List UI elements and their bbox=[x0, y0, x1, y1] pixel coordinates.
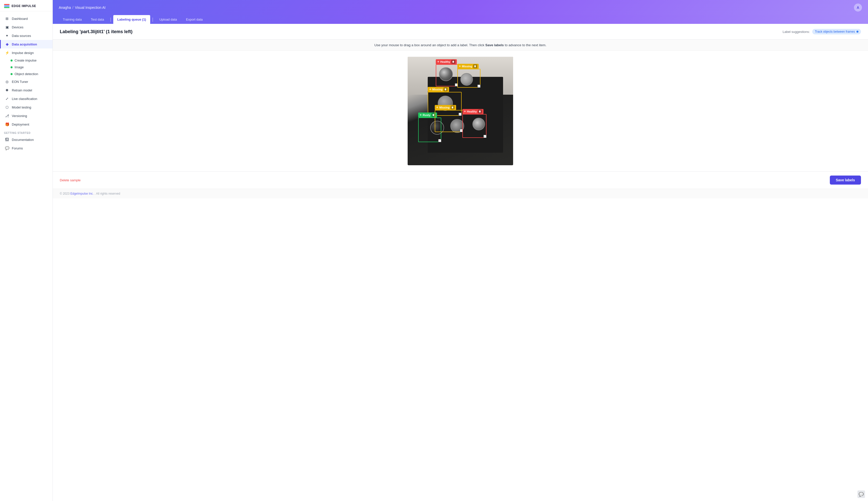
breadcrumb: Anagha / Visual Inspection AI bbox=[59, 6, 106, 10]
tab-labeling-queue[interactable]: Labeling queue (1) bbox=[113, 15, 150, 24]
breadcrumb-project: Visual Inspection AI bbox=[75, 6, 106, 10]
breadcrumb-separator: / bbox=[72, 6, 73, 10]
version-icon: ⎇ bbox=[5, 114, 9, 118]
nav-sub-create-impulse[interactable]: Create impulse bbox=[11, 57, 53, 64]
help-icon[interactable]: 💬 bbox=[857, 490, 865, 498]
avatar: A bbox=[854, 3, 862, 12]
instruction-bar: Use your mouse to drag a box around an o… bbox=[53, 40, 868, 51]
sidebar-item-label: Documentation bbox=[12, 138, 34, 142]
label-suggestions-text: Label suggestions: bbox=[783, 30, 810, 34]
move-icon-5: ✛ bbox=[436, 106, 438, 109]
sidebar-item-eon-tuner[interactable]: ◎ EON Tuner bbox=[0, 77, 53, 86]
bbox-delete-5[interactable]: 🗑 bbox=[451, 106, 454, 109]
instruction-bold: Save labels bbox=[485, 43, 504, 47]
docs-icon: ⛾ bbox=[5, 137, 9, 142]
bbox-delete-6[interactable]: 🗑 bbox=[478, 109, 482, 114]
acquisition-icon: ◈ bbox=[5, 42, 9, 46]
move-icon-3: ✛ bbox=[429, 88, 431, 90]
sidebar: EDGE IMPULSE ⊞ Dashboard ▣ Devices ✦ Dat… bbox=[0, 0, 53, 501]
data-sources-icon: ✦ bbox=[5, 33, 9, 38]
sidebar-item-label: Dashboard bbox=[12, 17, 28, 21]
instruction-text: Use your mouse to drag a box around an o… bbox=[374, 43, 484, 47]
tab-test-data[interactable]: Test data bbox=[87, 15, 108, 24]
sidebar-item-data-acquisition[interactable]: ◈ Data acquisition bbox=[0, 40, 53, 49]
main-content: Anagha / Visual Inspection AI A Training… bbox=[53, 0, 868, 501]
bbox-healthy-2[interactable]: ✛ Healthy 🗑 ↙ bbox=[462, 114, 486, 138]
forum-icon: 💬 bbox=[5, 146, 9, 150]
bbox-delete-1[interactable]: 🗑 bbox=[451, 60, 456, 64]
labeling-header: Labeling 'part.3lijtit1' (1 items left) … bbox=[53, 24, 868, 40]
move-icon-6: ✛ bbox=[464, 110, 466, 113]
company-link[interactable]: EdgeImpulse Inc. bbox=[70, 192, 94, 195]
bbox-resize-4[interactable]: ↙ bbox=[438, 139, 441, 142]
sidebar-item-versioning[interactable]: ⎇ Versioning bbox=[0, 111, 53, 120]
instruction-end: to advance to the next item. bbox=[505, 43, 547, 47]
bbox-delete-3[interactable]: 🗑 bbox=[443, 87, 448, 92]
nav-sub-object-detection[interactable]: Object detection bbox=[11, 71, 53, 77]
delete-sample-button[interactable]: Delete sample bbox=[60, 178, 81, 182]
tab-separator-1: | bbox=[109, 17, 112, 22]
track-objects-badge[interactable]: Track objects between frames bbox=[812, 29, 861, 34]
sidebar-item-label: Deployment bbox=[12, 122, 29, 126]
bbox-label-healthy-2: ✛ Healthy 🗑 bbox=[462, 109, 483, 114]
logo-text: EDGE IMPULSE bbox=[12, 4, 36, 8]
logo: EDGE IMPULSE bbox=[0, 0, 53, 11]
live-icon: ⤢ bbox=[5, 96, 9, 101]
image-container: ✛ Healthy 🗑 ↙ ✛ Missing 🗑 ↙ bbox=[53, 51, 868, 171]
page-footer: © 2023 EdgeImpulse Inc. . All rights res… bbox=[53, 189, 868, 199]
sidebar-item-dashboard[interactable]: ⊞ Dashboard bbox=[0, 14, 53, 23]
tab-upload-data[interactable]: Upload data bbox=[155, 15, 181, 24]
sidebar-item-label: Forums bbox=[12, 146, 23, 150]
top-header: Anagha / Visual Inspection AI A bbox=[53, 0, 868, 15]
bbox-label-healthy-1: ✛ Healthy 🗑 bbox=[436, 59, 457, 64]
sidebar-item-data-sources[interactable]: ✦ Data sources bbox=[0, 31, 53, 40]
save-labels-button[interactable]: Save labels bbox=[830, 175, 861, 184]
bbox-label-missing-1: ✛ Missing 🗑 bbox=[457, 64, 479, 69]
logo-bar-green bbox=[4, 7, 10, 8]
sidebar-item-label: EON Tuner bbox=[12, 80, 28, 84]
sidebar-item-retrain-model[interactable]: ✺ Retrain model bbox=[0, 86, 53, 94]
move-icon: ✛ bbox=[437, 61, 439, 63]
tab-export-data[interactable]: Export data bbox=[182, 15, 207, 24]
content-area: Labeling 'part.3lijtit1' (1 items left) … bbox=[53, 24, 868, 501]
track-badge-label: Track objects between frames bbox=[815, 30, 855, 33]
logo-bar-red bbox=[4, 4, 10, 5]
sidebar-item-deployment[interactable]: 🎁 Deployment bbox=[0, 120, 53, 129]
logo-icon bbox=[4, 4, 10, 8]
sidebar-item-label: Devices bbox=[12, 25, 23, 29]
sidebar-item-live-classification[interactable]: ⤢ Live classification bbox=[0, 94, 53, 103]
bbox-missing-3[interactable]: ✛ Missing 🗑 ↙ bbox=[435, 110, 463, 132]
nav-sub-image[interactable]: Image bbox=[11, 64, 53, 71]
dot-icon bbox=[11, 60, 13, 62]
bbox-resize-6[interactable]: ↙ bbox=[483, 135, 486, 138]
bbox-label-missing-2: ✛ Missing 🗑 bbox=[428, 87, 449, 92]
tab-training-data[interactable]: Training data bbox=[59, 15, 86, 24]
bbox-healthy-1[interactable]: ✛ Healthy 🗑 ↙ bbox=[436, 64, 458, 86]
devices-icon: ▣ bbox=[5, 25, 9, 29]
retrain-icon: ✺ bbox=[5, 88, 9, 93]
bbox-missing-1[interactable]: ✛ Missing 🗑 ↙ bbox=[457, 69, 481, 88]
sidebar-item-label: Impulse design bbox=[12, 51, 34, 55]
dot-icon bbox=[11, 66, 13, 68]
sidebar-item-forums[interactable]: 💬 Forums bbox=[0, 144, 53, 152]
sidebar-item-impulse-design[interactable]: ⚡ Impulse design bbox=[0, 49, 53, 57]
eon-icon: ◎ bbox=[5, 79, 9, 84]
sidebar-item-label: Versioning bbox=[12, 114, 27, 118]
grid-icon: ⊞ bbox=[5, 16, 9, 21]
sidebar-item-devices[interactable]: ▣ Devices bbox=[0, 23, 53, 31]
sidebar-item-label: Data sources bbox=[12, 34, 31, 38]
bbox-delete-2[interactable]: 🗑 bbox=[473, 64, 477, 68]
copyright-text: © 2023 bbox=[60, 192, 69, 195]
sidebar-item-model-testing[interactable]: ⬡ Model testing bbox=[0, 103, 53, 111]
sidebar-item-documentation[interactable]: ⛾ Documentation bbox=[0, 135, 53, 144]
sidebar-item-label: Model testing bbox=[12, 106, 31, 109]
bbox-resize-2[interactable]: ↙ bbox=[478, 85, 481, 88]
sub-item-label: Object detection bbox=[14, 72, 38, 76]
sub-item-label: Create impulse bbox=[14, 58, 36, 62]
track-badge-indicator bbox=[856, 31, 858, 33]
rights-text: . All rights reserved bbox=[94, 192, 120, 195]
sub-item-label: Image bbox=[14, 65, 24, 69]
move-icon-4: ✛ bbox=[420, 114, 422, 116]
labeling-image[interactable]: ✛ Healthy 🗑 ↙ ✛ Missing 🗑 ↙ bbox=[408, 57, 513, 165]
nav: ⊞ Dashboard ▣ Devices ✦ Data sources ◈ D… bbox=[0, 11, 53, 501]
